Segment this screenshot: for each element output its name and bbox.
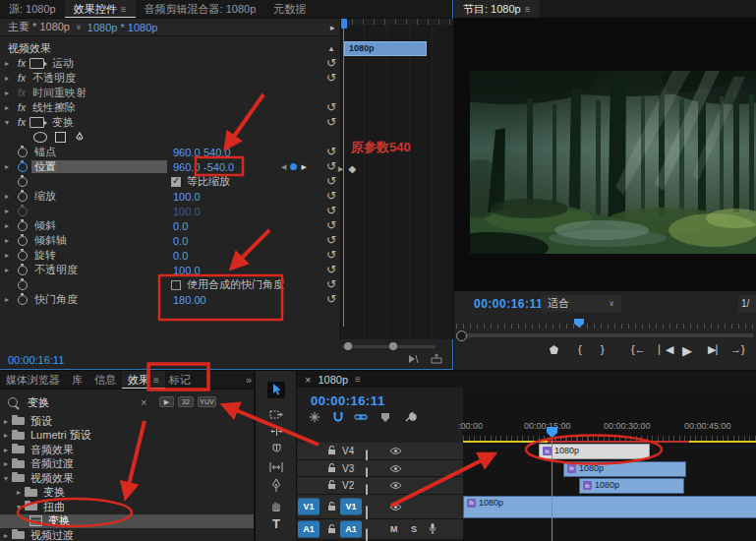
accelerated-effects-filter[interactable]: ▶: [159, 396, 174, 407]
twirl-icon[interactable]: ▸: [0, 459, 12, 468]
tab-audio-mixer[interactable]: 音频剪辑混合器: 1080p: [136, 0, 265, 18]
voiceover-mic-icon[interactable]: [429, 520, 436, 538]
opacity-value[interactable]: 100.0: [173, 265, 201, 276]
twirl-icon[interactable]: ▸: [0, 162, 14, 171]
anchor-x-value[interactable]: 960.0: [173, 147, 201, 158]
twirl-icon[interactable]: ▸: [0, 417, 12, 426]
selection-tool[interactable]: [267, 382, 285, 398]
stopwatch-icon[interactable]: [18, 221, 28, 231]
reset-param-button[interactable]: ↺: [324, 204, 338, 218]
stopwatch-icon[interactable]: [18, 266, 28, 275]
stopwatch-icon[interactable]: [18, 251, 28, 261]
twirl-icon[interactable]: ▸: [0, 59, 14, 68]
reset-param-button[interactable]: ↺: [324, 189, 338, 204]
chevron-down-icon[interactable]: ∨: [76, 23, 82, 31]
track-header-v3[interactable]: V3: [297, 460, 463, 478]
tree-item-video-effects[interactable]: ▾ 视频效果: [0, 471, 254, 486]
tree-item-transform-effect[interactable]: 变换: [0, 514, 254, 529]
program-scrollbar[interactable]: [466, 333, 754, 337]
goto-in-button[interactable]: {←: [631, 343, 646, 355]
uniform-scale-checkbox[interactable]: [171, 177, 181, 187]
twirl-icon[interactable]: ▸: [0, 192, 14, 201]
skew-axis-value[interactable]: 0.0: [173, 235, 188, 247]
param-skew-axis[interactable]: ▸ 倾斜轴 0.0 ↺: [0, 233, 339, 248]
solo-button[interactable]: S: [411, 524, 417, 534]
twirl-icon[interactable]: ▾: [13, 503, 25, 511]
twirl-icon[interactable]: ▸: [0, 103, 14, 112]
twirl-icon[interactable]: ▸: [0, 431, 12, 440]
toggle-track-output-icon[interactable]: [389, 498, 402, 515]
tab-program[interactable]: 节目: 1080p ≡: [454, 0, 540, 18]
tab-metadata[interactable]: 元数据: [264, 0, 315, 18]
reset-param-button[interactable]: ↺: [324, 159, 338, 174]
timeline-timecode[interactable]: 00:00:16:11: [311, 393, 385, 408]
position-y-value[interactable]: -540.0: [204, 161, 234, 173]
effect-row-time-remap[interactable]: ▸ fx 时间重映射: [0, 86, 339, 100]
lock-icon[interactable]: [327, 442, 336, 459]
effect-keyframe-timeline[interactable]: 1080p ▶ ◆: [340, 19, 453, 339]
prev-keyframe-icon[interactable]: ◀: [281, 163, 286, 171]
clip-v2-1080p[interactable]: fx 1080p: [579, 478, 684, 494]
track-target-a1[interactable]: A1: [340, 520, 362, 537]
close-panel-icon[interactable]: ×: [305, 374, 311, 386]
anchor-y-value[interactable]: 540.0: [204, 147, 231, 158]
lock-icon[interactable]: [327, 520, 336, 538]
keyframe-diamond-icon[interactable]: ◆: [348, 163, 356, 174]
stopwatch-icon[interactable]: [18, 192, 28, 202]
hand-tool[interactable]: [267, 497, 285, 513]
twirl-icon[interactable]: ▸: [0, 236, 14, 245]
slip-tool[interactable]: [267, 458, 285, 475]
rotation-value[interactable]: 0.0: [173, 250, 188, 262]
panel-right-arrow-icon[interactable]: ▸: [330, 23, 335, 32]
param-opacity[interactable]: ▸ 不透明度 100.0 ↺: [0, 263, 339, 277]
program-timecode[interactable]: 00:00:16:11: [474, 297, 543, 311]
tree-item-audio-transitions[interactable]: ▸ 音频过渡: [0, 457, 254, 472]
playback-resolution-dropdown[interactable]: 1/: [738, 295, 756, 312]
track-header-v1[interactable]: V1 V1: [297, 495, 463, 519]
timeline-playhead-line[interactable]: [552, 438, 552, 541]
scale-value[interactable]: 100.0: [173, 191, 201, 203]
timeline-tab-label[interactable]: 1080p: [318, 374, 348, 386]
position-x-value[interactable]: 960.0: [173, 161, 201, 173]
stopwatch-icon[interactable]: [18, 177, 28, 187]
skew-value[interactable]: 0.0: [173, 220, 188, 232]
mini-ruler[interactable]: [341, 19, 453, 25]
reset-param-button[interactable]: ↺: [324, 263, 338, 277]
step-forward-button[interactable]: ▶: [708, 343, 723, 356]
ellipse-mask-icon[interactable]: [33, 132, 47, 143]
add-keyframe-icon[interactable]: [290, 163, 297, 170]
linked-selection-icon[interactable]: [353, 410, 369, 424]
timeline-ruler[interactable]: [463, 432, 756, 441]
track-header-a1[interactable]: A1 A1 M S: [297, 519, 463, 540]
zoom-slider-knob-right[interactable]: [389, 342, 397, 350]
tree-item-distort-folder[interactable]: ▾ 扭曲: [0, 500, 254, 514]
effect-row-opacity[interactable]: ▸ fx 不透明度 ↺: [0, 71, 339, 86]
twirl-icon[interactable]: ▸: [0, 446, 12, 454]
param-use-comp-shutter[interactable]: 使用合成的快门角度 ↺: [0, 277, 339, 292]
reset-effect-button[interactable]: ↺: [324, 115, 338, 130]
ripple-edit-tool[interactable]: [267, 423, 285, 440]
twirl-icon[interactable]: ▸: [0, 295, 14, 304]
program-mini-ruler[interactable]: [456, 321, 756, 329]
effect-row-motion[interactable]: ▸ fx 运动 ↺: [0, 56, 339, 71]
pen-mask-icon[interactable]: [74, 132, 86, 144]
panel-menu-icon[interactable]: ≡: [121, 4, 127, 15]
tab-media-browser[interactable]: 媒体浏览器: [0, 371, 66, 389]
toggle-track-output-icon[interactable]: [389, 476, 402, 494]
clip-v4-1080p[interactable]: fx 1080p: [539, 444, 650, 459]
goto-out-button[interactable]: →}: [730, 343, 745, 355]
mark-out-button[interactable]: }: [601, 343, 605, 355]
snap-icon[interactable]: [330, 410, 346, 424]
twirl-icon[interactable]: ▾: [0, 118, 14, 127]
tab-effect-controls[interactable]: 效果控件 ≡: [65, 0, 136, 18]
reset-param-button[interactable]: ↺: [324, 233, 338, 248]
reset-param-button[interactable]: ↺: [324, 174, 338, 189]
stopwatch-icon[interactable]: [18, 236, 28, 246]
fx-icon[interactable]: fx: [14, 73, 29, 84]
twirl-icon[interactable]: ▸: [0, 266, 14, 274]
type-tool[interactable]: T: [267, 515, 285, 532]
effect-row-linear-wipe[interactable]: ▸ fx 线性擦除 ↺: [0, 100, 339, 115]
clear-search-icon[interactable]: ×: [141, 396, 146, 408]
more-tabs-icon[interactable]: »: [244, 371, 254, 389]
lock-icon[interactable]: [327, 459, 336, 477]
